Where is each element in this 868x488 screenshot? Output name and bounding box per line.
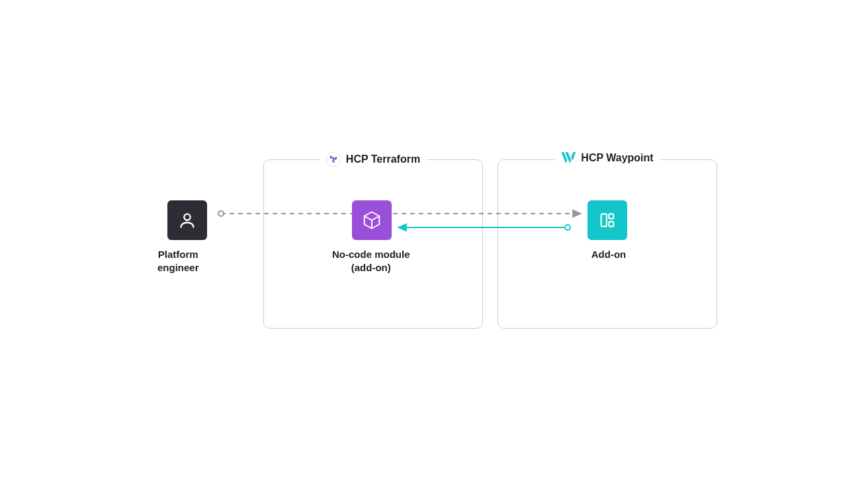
- svg-rect-9: [609, 214, 613, 219]
- svg-rect-8: [601, 214, 607, 227]
- person-icon: [167, 200, 207, 240]
- flow-origin-engineer: [218, 211, 224, 216]
- node-platform-engineer: Platform engineer: [167, 200, 209, 275]
- arrows-layer: [0, 0, 868, 488]
- engineer-label-1: Platform: [157, 248, 199, 261]
- cube-icon: [352, 200, 392, 240]
- architecture-diagram: HCP Terraform HCP Waypoint: [0, 0, 868, 488]
- svg-rect-10: [609, 222, 613, 226]
- nocode-label-1: No-code module: [332, 248, 410, 261]
- node-addon: Add-on: [587, 200, 627, 261]
- nocode-label-2: (add-on): [332, 261, 410, 274]
- addon-label: Add-on: [589, 248, 629, 261]
- flow-origin-addon: [565, 225, 570, 230]
- engineer-label-2: engineer: [157, 261, 199, 274]
- svg-point-7: [184, 214, 190, 220]
- layout-icon: [587, 200, 627, 240]
- node-nocode-module: No-code module (add-on): [352, 200, 430, 275]
